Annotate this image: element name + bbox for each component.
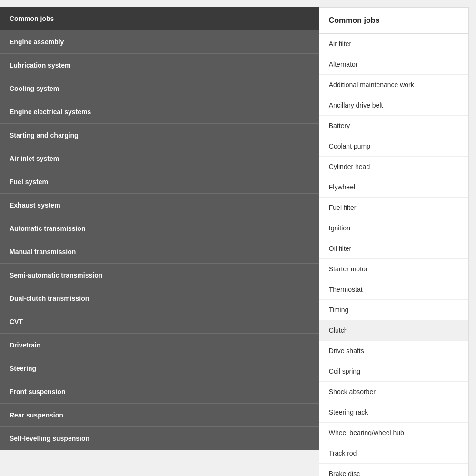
sidebar-item-semi-automatic-transmission[interactable]: Semi-automatic transmission: [0, 264, 319, 287]
right-panel-item-battery[interactable]: Battery: [319, 116, 468, 136]
sidebar-item-exhaust-system[interactable]: Exhaust system: [0, 194, 319, 217]
right-panel-title: Common jobs: [319, 8, 468, 34]
right-panel-item-oil-filter[interactable]: Oil filter: [319, 238, 468, 259]
right-panel-item-steering-rack[interactable]: Steering rack: [319, 402, 468, 423]
right-panel-item-additional-maintenance-work[interactable]: Additional maintenance work: [319, 75, 468, 95]
right-panel-item-clutch[interactable]: Clutch: [319, 320, 468, 341]
sidebar-item-self-levelling-suspension[interactable]: Self-levelling suspension: [0, 427, 319, 450]
right-panel-item-drive-shafts[interactable]: Drive shafts: [319, 341, 468, 361]
sidebar-item-fuel-system[interactable]: Fuel system: [0, 170, 319, 194]
right-panel-item-coil-spring[interactable]: Coil spring: [319, 361, 468, 382]
sidebar-item-engine-electrical-systems[interactable]: Engine electrical systems: [0, 100, 319, 124]
right-panel-item-wheel-bearing-wheel-hub[interactable]: Wheel bearing/wheel hub: [319, 423, 468, 443]
sidebar-item-drivetrain[interactable]: Drivetrain: [0, 334, 319, 357]
right-panel-item-air-filter[interactable]: Air filter: [319, 34, 468, 54]
sidebar-item-manual-transmission[interactable]: Manual transmission: [0, 240, 319, 264]
sidebar-item-engine-assembly[interactable]: Engine assembly: [0, 30, 319, 54]
right-panel-item-thermostat[interactable]: Thermostat: [319, 279, 468, 300]
sidebar-item-starting-and-charging[interactable]: Starting and charging: [0, 124, 319, 147]
sidebar-item-automatic-transmission[interactable]: Automatic transmission: [0, 217, 319, 240]
right-panel-item-starter-motor[interactable]: Starter motor: [319, 259, 468, 279]
right-panel-item-shock-absorber[interactable]: Shock absorber: [319, 382, 468, 402]
right-panel-item-cylinder-head[interactable]: Cylinder head: [319, 157, 468, 177]
right-panel: Common jobs Air filterAlternatorAddition…: [319, 7, 469, 476]
sidebar-item-air-inlet-system[interactable]: Air inlet system: [0, 147, 319, 170]
right-panel-item-alternator[interactable]: Alternator: [319, 54, 468, 75]
right-panel-item-brake-disc[interactable]: Brake disc: [319, 464, 468, 476]
sidebar-item-cooling-system[interactable]: Cooling system: [0, 77, 319, 100]
right-panel-item-ancillary-drive-belt[interactable]: Ancillary drive belt: [319, 95, 468, 116]
right-panel-item-track-rod[interactable]: Track rod: [319, 443, 468, 464]
sidebar-item-common-jobs[interactable]: Common jobs: [0, 7, 319, 30]
right-panel-item-ignition[interactable]: Ignition: [319, 218, 468, 238]
sidebar: Common jobsEngine assemblyLubrication sy…: [0, 0, 319, 476]
right-panel-item-coolant-pump[interactable]: Coolant pump: [319, 136, 468, 157]
sidebar-item-cvt[interactable]: CVT: [0, 310, 319, 334]
right-panel-item-flywheel[interactable]: Flywheel: [319, 177, 468, 198]
sidebar-item-dual-clutch-transmission[interactable]: Dual-clutch transmission: [0, 287, 319, 310]
sidebar-item-steering[interactable]: Steering: [0, 357, 319, 380]
sidebar-item-front-suspension[interactable]: Front suspension: [0, 380, 319, 404]
right-panel-item-fuel-filter[interactable]: Fuel filter: [319, 198, 468, 218]
sidebar-item-rear-suspension[interactable]: Rear suspension: [0, 404, 319, 427]
right-panel-item-timing[interactable]: Timing: [319, 300, 468, 320]
sidebar-item-lubrication-system[interactable]: Lubrication system: [0, 54, 319, 77]
